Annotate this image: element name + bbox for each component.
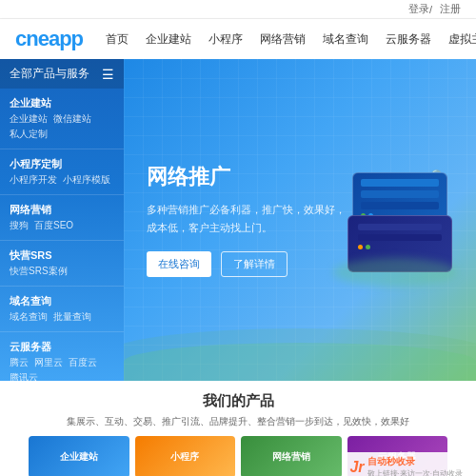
sidebar-item-wechat-site[interactable]: 微信建站	[53, 112, 91, 126]
sidebar-section-title-quicksrs[interactable]: 快营SRS	[0, 245, 124, 265]
sidebar-section-cloudserver: 云服务器 腾云 网里云 百度云 腾讯云	[0, 332, 124, 381]
hero-content: 网络推广 多种营销推广必备利器，推广快，效果好， 成本低，客户主动找上门。 在线…	[147, 163, 346, 277]
sidebar-item-sougou[interactable]: 搜狗	[10, 219, 29, 232]
product-card-marketing[interactable]: 网络营销	[241, 436, 342, 476]
badge-text-group: 自动秒收录 敬上链接·来访一次·自动收录	[367, 455, 463, 476]
product-card-miniapp[interactable]: 小程序	[135, 436, 236, 476]
sidebar-section-quicksrs: 快营SRS 快营SRS案例	[0, 241, 124, 287]
sidebar-item-baiducloud[interactable]: 百度云	[69, 356, 97, 369]
server-base-row-1	[358, 224, 442, 230]
sidebar-section-items-miniapp: 小程序开发 小程序模版	[0, 173, 124, 190]
sidebar: 全部产品与服务 ☰ 企业建站 企业建站 微信建站 私人定制 小程序定制 小程序开…	[0, 59, 124, 381]
server-row-2	[361, 190, 439, 198]
nav-vhost[interactable]: 虚拟主机	[448, 31, 476, 48]
sidebar-section-miniapp: 小程序定制 小程序开发 小程序模版	[0, 149, 124, 195]
sidebar-section-enterprise: 企业建站 企业建站 微信建站 私人定制	[0, 89, 124, 149]
sidebar-section-title-domain[interactable]: 域名查询	[0, 290, 124, 310]
sidebar-section-title-cloudserver[interactable]: 云服务器	[0, 336, 124, 356]
product-card-enterprise[interactable]: 企业建站	[29, 436, 129, 476]
hero-desc-line2: 成本低，客户主动找上门。	[147, 222, 272, 233]
nav: 首页 企业建站 小程序 网络营销 域名查询 云服务器 虚拟主机 邮件营销	[106, 31, 476, 48]
hero-illustration: 🔒	[333, 69, 466, 371]
sidebar-item-baidu-seo[interactable]: 百度SEO	[34, 219, 73, 232]
sidebar-section-title-miniapp[interactable]: 小程序定制	[0, 153, 124, 173]
sidebar-item-domain-batch[interactable]: 批量查询	[53, 310, 91, 324]
sidebar-section-title-enterprise[interactable]: 企业建站	[0, 92, 124, 112]
products-section: 我们的产品 集展示、互动、交易、推广引流、品牌提升、整合营销一步到达，见效快，效…	[0, 381, 476, 476]
sidebar-item-tencentcloud[interactable]: 腾讯云	[10, 371, 38, 381]
hero-buttons: 在线咨询 了解详情	[147, 251, 346, 277]
sidebar-item-enterprise-site[interactable]: 企业建站	[10, 112, 48, 126]
products-title: 我们的产品	[19, 392, 457, 410]
menu-icon: ☰	[102, 67, 114, 82]
badge-icon: Jr	[349, 459, 364, 476]
consult-button[interactable]: 在线咨询	[147, 251, 211, 277]
hero-banner: 网络推广 多种营销推广必备利器，推广快，效果好， 成本低，客户主动找上门。 在线…	[124, 59, 476, 381]
auto-index-badge: Jr 自动秒收录 敬上链接·来访一次·自动收录	[344, 452, 468, 476]
badge-sub-text: 敬上链接·来访一次·自动收录	[367, 468, 463, 476]
login-link[interactable]: 登录	[408, 2, 429, 16]
sidebar-title: 全部产品与服务	[10, 66, 89, 82]
server-row-3	[361, 202, 439, 209]
separator: /	[429, 4, 432, 15]
sidebar-item-miniapp-template[interactable]: 小程序模版	[63, 173, 110, 187]
sidebar-item-domain-query[interactable]: 域名查询	[10, 310, 48, 324]
header: cneapp 首页 企业建站 小程序 网络营销 域名查询 云服务器 虚拟主机 邮…	[0, 19, 476, 59]
sidebar-item-quicksrs-case[interactable]: 快营SRS案例	[10, 265, 68, 278]
sidebar-item-miniapp-dev[interactable]: 小程序开发	[10, 173, 57, 187]
server-light-green2	[366, 245, 370, 249]
sidebar-header[interactable]: 全部产品与服务 ☰	[0, 59, 124, 89]
nav-cloud[interactable]: 云服务器	[386, 31, 431, 48]
sidebar-section-domain: 域名查询 域名查询 批量查询	[0, 287, 124, 332]
server-light-orange	[358, 245, 363, 249]
nav-miniapp[interactable]: 小程序	[208, 31, 243, 48]
sidebar-section-items-cloudserver: 腾云 网里云 百度云 腾讯云	[0, 356, 124, 381]
server-base-row-2	[358, 234, 442, 241]
nav-enterprise[interactable]: 企业建站	[146, 31, 191, 48]
server-stack: 🔒	[343, 163, 457, 277]
sidebar-item-tengcloud[interactable]: 腾云	[10, 356, 29, 369]
detail-button[interactable]: 了解详情	[221, 251, 288, 277]
logo[interactable]: cneapp	[15, 27, 83, 51]
products-desc: 集展示、互动、交易、推广引流、品牌提升、整合营销一步到达，见效快，效果好	[19, 414, 457, 428]
sidebar-item-custom[interactable]: 私人定制	[10, 128, 48, 141]
top-bar: 登录 / 注册	[0, 0, 476, 19]
server-row-1	[361, 179, 439, 187]
nav-marketing[interactable]: 网络营销	[260, 31, 306, 48]
hero-description: 多种营销推广必备利器，推广快，效果好， 成本低，客户主动找上门。	[147, 201, 346, 236]
sidebar-section-title-netmarketing[interactable]: 网络营销	[0, 199, 124, 219]
sidebar-section-items-quicksrs: 快营SRS案例	[0, 265, 124, 282]
server-cloud-shadow	[333, 258, 457, 287]
main-area: 全部产品与服务 ☰ 企业建站 企业建站 微信建站 私人定制 小程序定制 小程序开…	[0, 59, 476, 381]
server-base-lights	[358, 245, 442, 249]
badge-main-text: 自动秒收录	[367, 455, 463, 468]
sidebar-section-items-domain: 域名查询 批量查询	[0, 310, 124, 327]
nav-domain[interactable]: 域名查询	[323, 31, 368, 48]
register-link[interactable]: 注册	[440, 2, 461, 16]
sidebar-item-wangcloud[interactable]: 网里云	[34, 356, 63, 369]
nav-home[interactable]: 首页	[106, 31, 129, 48]
sidebar-section-items-netmarketing: 搜狗 百度SEO	[0, 219, 124, 236]
hero-desc-line1: 多种营销推广必备利器，推广快，效果好，	[147, 204, 346, 215]
sidebar-section-netmarketing: 网络营销 搜狗 百度SEO	[0, 195, 124, 241]
hero-title: 网络推广	[147, 163, 346, 191]
sidebar-section-items-enterprise: 企业建站 微信建站 私人定制	[0, 112, 124, 145]
